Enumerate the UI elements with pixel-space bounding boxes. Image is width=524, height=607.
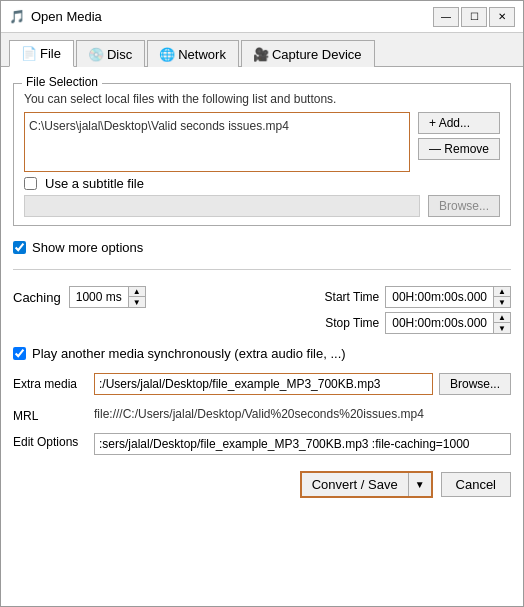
stop-time-input[interactable]: 00H:00m:00s.000 ▲ ▼ bbox=[385, 312, 511, 334]
subtitle-row: Use a subtitle file bbox=[24, 176, 500, 191]
subtitle-checkbox[interactable] bbox=[24, 177, 37, 190]
start-time-input[interactable]: 00H:00m:00s.000 ▲ ▼ bbox=[385, 286, 511, 308]
start-time-down[interactable]: ▼ bbox=[494, 297, 510, 307]
file-area: C:\Users\jalal\Desktop\Valid seconds iss… bbox=[24, 112, 500, 172]
add-button[interactable]: + Add... bbox=[418, 112, 500, 134]
caching-up-arrow[interactable]: ▲ bbox=[129, 287, 145, 297]
tab-file-label: File bbox=[40, 46, 61, 61]
start-time-item: Start Time 00H:00m:00s.000 ▲ ▼ bbox=[314, 286, 511, 308]
divider bbox=[13, 269, 511, 270]
mrl-row: MRL file:///C:/Users/jalal/Desktop/Valid… bbox=[13, 407, 511, 423]
window-title: Open Media bbox=[31, 9, 433, 24]
edit-options-row: Edit Options bbox=[13, 433, 511, 455]
subtitle-input[interactable] bbox=[24, 195, 420, 217]
subtitle-browse-button[interactable]: Browse... bbox=[428, 195, 500, 217]
tab-capture[interactable]: 🎥 Capture Device bbox=[241, 40, 375, 67]
tab-disc-label: Disc bbox=[107, 47, 132, 62]
minimize-button[interactable]: — bbox=[433, 7, 459, 27]
tab-file[interactable]: 📄 File bbox=[9, 40, 74, 67]
add-remove-buttons: + Add... — Remove bbox=[418, 112, 500, 160]
stop-time-label: Stop Time bbox=[314, 316, 379, 330]
stop-time-item: Stop Time 00H:00m:00s.000 ▲ ▼ bbox=[314, 312, 511, 334]
show-more-row: Show more options bbox=[13, 240, 511, 255]
file-selection-desc: You can select local files with the foll… bbox=[24, 92, 500, 106]
edit-options-input[interactable] bbox=[94, 433, 511, 455]
mrl-value: file:///C:/Users/jalal/Desktop/Valid%20s… bbox=[94, 407, 511, 421]
start-time-value: 00H:00m:00s.000 bbox=[386, 288, 493, 306]
start-time-label: Start Time bbox=[314, 290, 379, 304]
extra-media-browse-button[interactable]: Browse... bbox=[439, 373, 511, 395]
edit-options-label: Edit Options bbox=[13, 433, 88, 449]
file-item: C:\Users\jalal\Desktop\Valid seconds iss… bbox=[29, 117, 405, 135]
disc-icon: 💿 bbox=[89, 47, 103, 61]
stop-time-down[interactable]: ▼ bbox=[494, 323, 510, 333]
play-sync-label[interactable]: Play another media synchronously (extra … bbox=[32, 346, 346, 361]
extra-media-input[interactable] bbox=[94, 373, 433, 395]
time-row: Start Time 00H:00m:00s.000 ▲ ▼ Stop Time… bbox=[314, 286, 511, 334]
stop-time-value: 00H:00m:00s.000 bbox=[386, 314, 493, 332]
stop-time-arrows: ▲ ▼ bbox=[493, 313, 510, 333]
network-icon: 🌐 bbox=[160, 47, 174, 61]
main-content: File Selection You can select local file… bbox=[1, 67, 523, 606]
extra-media-row: Extra media Browse... bbox=[13, 373, 511, 395]
caching-down-arrow[interactable]: ▼ bbox=[129, 297, 145, 307]
subtitle-input-row: Browse... bbox=[24, 195, 500, 217]
caching-time-area: Caching 1000 ms ▲ ▼ Start Time 00H:00m:0… bbox=[13, 286, 511, 334]
open-media-window: 🎵 Open Media — ☐ ✕ 📄 File 💿 Disc 🌐 Netwo… bbox=[0, 0, 524, 607]
play-sync-checkbox[interactable] bbox=[13, 347, 26, 360]
file-icon: 📄 bbox=[22, 47, 36, 61]
remove-button[interactable]: — Remove bbox=[418, 138, 500, 160]
maximize-button[interactable]: ☐ bbox=[461, 7, 487, 27]
capture-icon: 🎥 bbox=[254, 47, 268, 61]
stop-time-up[interactable]: ▲ bbox=[494, 313, 510, 323]
show-more-checkbox[interactable] bbox=[13, 241, 26, 254]
convert-save-label[interactable]: Convert / Save bbox=[302, 473, 409, 496]
convert-save-button[interactable]: Convert / Save ▼ bbox=[300, 471, 433, 498]
close-button[interactable]: ✕ bbox=[489, 7, 515, 27]
file-selection-group: File Selection You can select local file… bbox=[13, 83, 511, 226]
convert-save-dropdown-arrow[interactable]: ▼ bbox=[409, 475, 431, 494]
tab-network-label: Network bbox=[178, 47, 226, 62]
tab-capture-label: Capture Device bbox=[272, 47, 362, 62]
play-sync-row: Play another media synchronously (extra … bbox=[13, 346, 511, 361]
file-item-empty bbox=[29, 135, 405, 153]
title-bar: 🎵 Open Media — ☐ ✕ bbox=[1, 1, 523, 33]
bottom-buttons: Convert / Save ▼ Cancel bbox=[13, 471, 511, 502]
cancel-button[interactable]: Cancel bbox=[441, 472, 511, 497]
start-time-up[interactable]: ▲ bbox=[494, 287, 510, 297]
tab-disc[interactable]: 💿 Disc bbox=[76, 40, 145, 67]
caching-value: 1000 ms bbox=[70, 288, 128, 306]
extra-media-label: Extra media bbox=[13, 377, 88, 391]
subtitle-label[interactable]: Use a subtitle file bbox=[45, 176, 144, 191]
file-list-box[interactable]: C:\Users\jalal\Desktop\Valid seconds iss… bbox=[24, 112, 410, 172]
start-time-arrows: ▲ ▼ bbox=[493, 287, 510, 307]
caching-arrows: ▲ ▼ bbox=[128, 287, 145, 307]
tab-network[interactable]: 🌐 Network bbox=[147, 40, 239, 67]
tab-bar: 📄 File 💿 Disc 🌐 Network 🎥 Capture Device bbox=[1, 33, 523, 67]
caching-label: Caching bbox=[13, 290, 61, 305]
window-controls: — ☐ ✕ bbox=[433, 7, 515, 27]
group-title: File Selection bbox=[22, 75, 102, 89]
caching-spinner[interactable]: 1000 ms ▲ ▼ bbox=[69, 286, 146, 308]
mrl-label: MRL bbox=[13, 407, 88, 423]
vlc-icon: 🎵 bbox=[9, 9, 25, 25]
caching-col: Caching 1000 ms ▲ ▼ bbox=[13, 286, 146, 308]
show-more-label[interactable]: Show more options bbox=[32, 240, 143, 255]
